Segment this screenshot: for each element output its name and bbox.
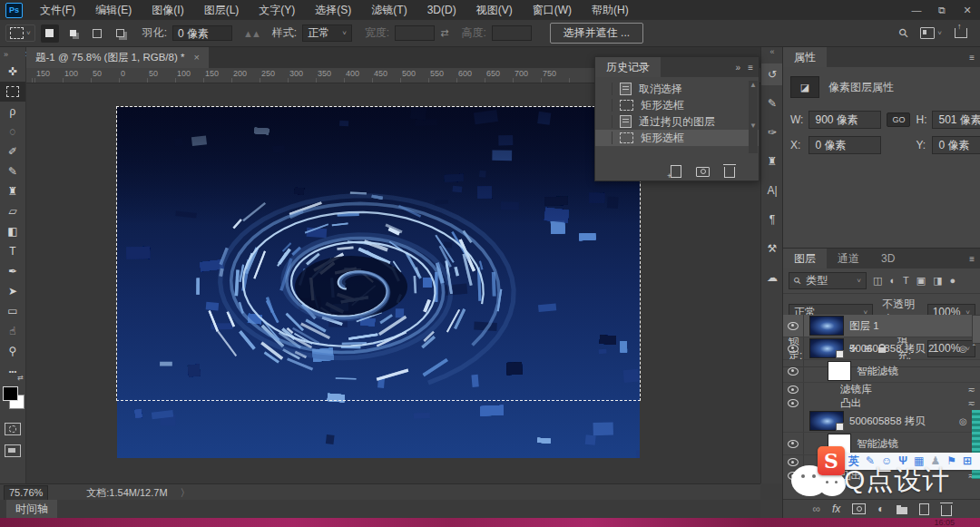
new-selection-button[interactable] xyxy=(41,24,59,43)
snapshot-camera-icon[interactable] xyxy=(696,167,710,177)
zoom-level-field[interactable]: 75.76% xyxy=(4,485,48,501)
visibility-toggle[interactable] xyxy=(783,360,804,382)
close-button[interactable]: ✕ xyxy=(955,0,980,20)
swap-colors-icon[interactable]: ⇄ xyxy=(17,374,24,382)
character-panel-icon[interactable]: A| xyxy=(761,180,783,201)
tool-presets-icon[interactable]: ⚒ xyxy=(761,238,783,259)
layers-scrollbar[interactable] xyxy=(972,315,980,344)
menu-item[interactable]: 图像(I) xyxy=(142,0,193,20)
minimize-button[interactable]: — xyxy=(904,0,929,20)
tab-layers[interactable]: 图层 xyxy=(783,249,827,268)
eraser-tool[interactable]: ▱ xyxy=(0,201,25,221)
active-tool-preview[interactable]: ˅ xyxy=(5,24,35,42)
foreground-color-swatch[interactable] xyxy=(3,386,18,401)
link-dimensions-button[interactable]: GO xyxy=(887,112,910,127)
layer-row[interactable]: 智能滤镜 xyxy=(783,360,980,383)
visibility-toggle[interactable] xyxy=(783,315,804,337)
filter-kind-icon[interactable]: ◨ xyxy=(933,275,942,287)
feather-input[interactable]: 0 像素 xyxy=(172,25,232,41)
y-value-field[interactable]: 0 像素 xyxy=(932,136,980,154)
menu-item[interactable]: 帮助(H) xyxy=(582,0,639,20)
close-icon[interactable]: × xyxy=(193,47,199,68)
clone-stamp-tool[interactable]: ♜ xyxy=(0,181,25,201)
subtract-selection-button[interactable] xyxy=(88,24,106,43)
menu-item[interactable]: 编辑(E) xyxy=(85,0,142,20)
add-selection-button[interactable] xyxy=(64,24,83,43)
creative-cloud-icon[interactable]: ☁ xyxy=(761,267,783,288)
visibility-toggle[interactable] xyxy=(783,337,804,359)
lasso-tool[interactable]: ρ xyxy=(0,102,25,122)
filter-blend-options-icon[interactable]: ≂ xyxy=(968,398,975,408)
tab-properties[interactable]: 属性 xyxy=(783,47,827,67)
history-state-row[interactable]: 矩形选框 xyxy=(595,97,759,113)
menu-item[interactable]: 视图(V) xyxy=(466,0,523,20)
collapse-dock-icon[interactable]: « xyxy=(761,47,783,56)
apps-icon[interactable]: ⊞ xyxy=(963,453,972,470)
history-scrollbar[interactable]: ▲▼ xyxy=(749,81,758,153)
panel-menu-icon[interactable]: ≡ xyxy=(969,53,980,63)
move-tool[interactable]: ✜ xyxy=(0,62,25,82)
visibility-toggle[interactable] xyxy=(783,433,804,454)
layer-row[interactable]: 500605858 拷贝 2◎ˆ xyxy=(783,337,980,360)
mixer-brush-icon[interactable]: ✑ xyxy=(761,122,783,143)
menu-item[interactable]: 滤镜(T) xyxy=(361,0,416,20)
tab-timeline[interactable]: 时间轴 xyxy=(6,500,57,518)
smart-filter-icon[interactable]: ◎ xyxy=(959,344,967,354)
filter-kind-icon[interactable]: ● xyxy=(950,275,956,287)
visibility-toggle[interactable] xyxy=(783,383,804,396)
x-value-field[interactable]: 0 像素 xyxy=(808,136,881,154)
layer-row[interactable]: 滤镜库≂ xyxy=(783,383,980,396)
filter-kind-icon[interactable]: ◫ xyxy=(873,275,882,287)
visibility-toggle[interactable] xyxy=(783,410,804,432)
adjustment-layer-icon[interactable]: ◐ xyxy=(877,503,884,515)
height-value-field[interactable]: 501 像素 xyxy=(932,111,980,129)
new-layer-icon[interactable] xyxy=(919,503,929,515)
restore-button[interactable]: ⧉ xyxy=(929,0,955,20)
tab-3d[interactable]: 3D xyxy=(870,249,906,268)
rectangle-tool[interactable]: ▭ xyxy=(0,301,25,321)
type-tool[interactable]: T xyxy=(0,241,25,261)
history-state-row[interactable]: 取消选择 xyxy=(595,81,759,97)
filter-kind-icon[interactable]: T xyxy=(903,275,909,287)
filter-kind-icon[interactable]: ▣ xyxy=(916,275,926,287)
menu-item[interactable]: 文件(F) xyxy=(30,0,85,20)
collapse-panel-icon[interactable]: » xyxy=(736,63,741,73)
layer-row[interactable]: 图层 1 xyxy=(783,315,980,337)
collapse-filters-icon[interactable]: ˆ xyxy=(973,344,975,354)
clone-source-icon[interactable]: ♜ xyxy=(761,151,783,172)
width-value-field[interactable]: 900 像素 xyxy=(808,111,881,129)
search-icon[interactable]: ⚲ xyxy=(896,25,911,41)
tab-history[interactable]: 历史记录 xyxy=(595,57,661,77)
status-chevron-icon[interactable]: 〉 xyxy=(181,486,191,500)
menu-item[interactable]: 选择(S) xyxy=(305,0,361,20)
layer-row[interactable]: 500605858 拷贝◎ˆ xyxy=(783,410,980,433)
smart-filter-icon[interactable]: ◎ xyxy=(959,416,967,426)
brush-tool[interactable]: ✎ xyxy=(0,161,25,181)
document-tab[interactable]: 题-1 @ 75.8% (图层 1, RGB/8) * × xyxy=(26,47,209,68)
filter-kind-icon[interactable]: ◐ xyxy=(889,275,896,287)
workspace-switcher[interactable]: ˅ xyxy=(920,27,942,39)
collapse-toolbar-icon[interactable]: » xyxy=(4,50,8,59)
intersect-selection-button[interactable] xyxy=(112,24,130,43)
delete-layer-icon[interactable] xyxy=(941,505,952,516)
tab-channels[interactable]: 通道 xyxy=(827,249,870,268)
menu-item[interactable]: 窗口(W) xyxy=(523,0,582,20)
brush-settings-icon[interactable]: ✎ xyxy=(761,93,783,114)
path-selection-tool[interactable]: ➤ xyxy=(0,281,25,301)
select-and-mask-button[interactable]: 选择并遮住 ... xyxy=(550,23,643,44)
history-state-row[interactable]: 矩形选框 xyxy=(595,130,759,146)
zoom-tool[interactable]: ⚲ xyxy=(0,341,25,361)
new-document-from-state-icon[interactable] xyxy=(671,165,681,178)
visibility-toggle[interactable] xyxy=(783,396,804,410)
filter-blend-options-icon[interactable]: ≂ xyxy=(968,385,975,395)
new-group-icon[interactable] xyxy=(897,507,907,514)
style-select[interactable]: 正常 ˅ xyxy=(302,24,352,42)
selection-marquee[interactable] xyxy=(116,106,641,401)
share-icon[interactable] xyxy=(955,28,967,38)
menu-item[interactable]: 图层(L) xyxy=(194,0,250,20)
panel-menu-icon[interactable]: ≡ xyxy=(969,254,980,264)
history-panel-icon[interactable]: ↺ xyxy=(761,63,783,85)
delete-state-icon[interactable] xyxy=(724,167,735,178)
quick-mask-button[interactable] xyxy=(5,423,21,435)
eyedropper-tool[interactable]: ✐ xyxy=(0,142,25,161)
